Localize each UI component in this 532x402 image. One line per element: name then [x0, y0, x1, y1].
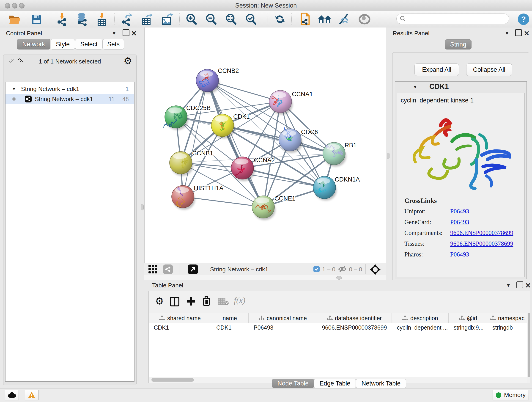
help-icon[interactable]: ?	[517, 13, 530, 26]
left-splitter-handle[interactable]	[141, 204, 144, 211]
maximize-panel-icon[interactable]	[123, 29, 129, 36]
left-splitter[interactable]	[140, 27, 144, 388]
network-icon	[25, 96, 32, 102]
zoom-out-icon[interactable]	[205, 13, 218, 26]
cloud-button[interactable]	[5, 390, 19, 400]
collapse-all-button[interactable]: Collapse All	[466, 64, 512, 76]
selected-checkbox-icon[interactable]	[313, 266, 320, 272]
network-canvas[interactable]: CCNB2CCNA1CDC25BCDK1CDC6RB1CCNB1CCNA2CDK…	[144, 27, 386, 263]
grid-view-icon[interactable]	[148, 265, 158, 275]
tab-node-table[interactable]: Node Table	[272, 379, 314, 388]
horizontal-splitter[interactable]	[144, 275, 386, 280]
hide-glasses-icon[interactable]	[338, 13, 351, 26]
gear-icon[interactable]: ⚙	[123, 56, 132, 66]
zoom-in-icon[interactable]	[185, 13, 199, 26]
tree-expand-arrow-icon[interactable]: ▼	[12, 87, 16, 91]
crosslink-link[interactable]: 9606.ENSP00000378699	[450, 230, 513, 236]
node-label-CDC6: CDC6	[301, 128, 318, 135]
tab-select[interactable]: Select	[75, 39, 103, 50]
column-header-canonical-name[interactable]: canonical name	[249, 313, 317, 323]
network-label: String Network – cdk1	[35, 96, 93, 103]
zoom-fit-icon[interactable]	[225, 13, 238, 26]
table-panel-title: Table Panel	[152, 282, 183, 289]
refresh-icon[interactable]	[273, 13, 287, 26]
detach-view-icon[interactable]	[188, 264, 198, 274]
float-panel-icon[interactable]: ▼	[112, 30, 117, 36]
crosslink-label: Pharos:	[404, 251, 423, 258]
table-cell[interactable]: CDK1	[211, 323, 249, 332]
tab-network-table[interactable]: Network Table	[356, 379, 406, 388]
crosslink-link[interactable]: P06493	[450, 219, 469, 226]
memory-button[interactable]: Memory	[493, 390, 529, 400]
horizontal-splitter-handle[interactable]	[336, 276, 342, 280]
edge-HIST1H1A-CCNE1[interactable]	[183, 197, 263, 207]
network-overview-icon[interactable]	[163, 264, 173, 274]
network-collection-row[interactable]: ▼ String Network – cdk1 1	[6, 84, 134, 94]
export-network-icon[interactable]	[120, 13, 134, 26]
tab-string-results[interactable]: String	[445, 39, 472, 50]
hidden-eye-slash-icon[interactable]	[338, 265, 347, 274]
protein-structure-image	[406, 107, 516, 192]
tab-network[interactable]: Network	[17, 39, 51, 50]
show-columns-icon[interactable]	[170, 297, 179, 308]
crosslink-link[interactable]: P06493	[450, 251, 469, 258]
close-panel-icon[interactable]: ✕	[524, 29, 530, 37]
zoom-selected-icon[interactable]	[244, 13, 258, 26]
maximize-panel-icon[interactable]	[515, 29, 522, 36]
import-network-database-icon[interactable]	[75, 13, 89, 26]
warning-button[interactable]	[25, 390, 38, 400]
table-cell[interactable]: cyclin–dependent ...	[392, 323, 449, 332]
table-cell[interactable]: 9606.ENSP00000378699	[317, 323, 392, 332]
collapse-gene-arrow-icon[interactable]: ▼	[413, 84, 418, 89]
close-panel-icon[interactable]: ✕	[131, 29, 137, 37]
open-session-icon[interactable]	[8, 13, 22, 26]
maximize-panel-icon[interactable]	[516, 281, 523, 288]
control-panel: Control Panel ▼ ✕ Network Style Select S…	[0, 27, 140, 388]
table-row[interactable]: CDK1CDK1P064939606.ENSP00000378699cyclin…	[149, 323, 527, 332]
fit-content-crosshair-icon[interactable]	[370, 264, 380, 276]
save-session-icon[interactable]	[30, 13, 44, 26]
column-header-name[interactable]: name	[211, 313, 249, 323]
crosslink-link[interactable]: 9606.ENSP00000378699	[450, 240, 513, 247]
table-cell[interactable]: P06493	[249, 323, 317, 332]
column-header-namespac[interactable]: namespac	[487, 313, 527, 323]
table-container: ⚙ f(x) shared namenamecanonical namedata…	[148, 291, 530, 383]
node-count: 11	[109, 96, 114, 102]
vertical-scrollbar[interactable]	[528, 313, 530, 377]
tab-edge-table[interactable]: Edge Table	[314, 379, 356, 388]
column-header-database-identifier[interactable]: database identifier	[317, 313, 392, 323]
crosslink-link[interactable]: P06493	[450, 208, 469, 215]
table-panel: Table Panel ▼ ✕ ⚙ f(x) shared namenameca…	[144, 280, 532, 388]
window-title: Session: New Session	[0, 2, 532, 9]
float-panel-icon[interactable]: ▼	[505, 30, 510, 36]
right-splitter-handle[interactable]	[387, 153, 389, 159]
gene-details: cyclin–dependent kinase 1	[397, 93, 525, 277]
table-cell[interactable]: CDK1	[149, 323, 211, 332]
expand-all-button[interactable]: Expand All	[414, 64, 459, 76]
import-network-file-icon[interactable]	[55, 13, 69, 26]
eye-icon[interactable]	[358, 13, 371, 26]
close-panel-icon[interactable]: ✕	[525, 281, 531, 289]
tab-style[interactable]: Style	[51, 39, 75, 50]
search-field[interactable]	[396, 13, 509, 24]
export-image-icon[interactable]	[160, 13, 174, 26]
right-splitter[interactable]	[386, 27, 389, 280]
column-header-@id[interactable]: @id	[449, 313, 487, 323]
export-table-icon[interactable]	[140, 13, 154, 26]
gear-icon[interactable]: ⚙	[155, 296, 164, 306]
network-row-selected[interactable]: String Network – cdk1 11 48	[6, 94, 134, 104]
string-document-icon[interactable]	[298, 13, 312, 26]
tab-sets[interactable]: Sets	[103, 39, 124, 50]
string-home-icon[interactable]	[318, 13, 331, 26]
import-table-file-icon[interactable]	[95, 13, 109, 26]
table-cell[interactable]: stringdb:9...	[449, 323, 487, 332]
add-column-icon[interactable]	[186, 296, 196, 308]
table-cell[interactable]: stringdb	[487, 323, 527, 332]
search-input[interactable]	[406, 15, 503, 22]
viewbar-separator	[335, 264, 335, 274]
column-header-shared-name[interactable]: shared name	[149, 313, 211, 323]
delete-column-icon[interactable]	[202, 296, 211, 308]
float-panel-icon[interactable]: ▼	[506, 282, 511, 288]
column-header-description[interactable]: description	[392, 313, 449, 323]
horizontal-scrollbar-thumb[interactable]	[152, 378, 194, 382]
